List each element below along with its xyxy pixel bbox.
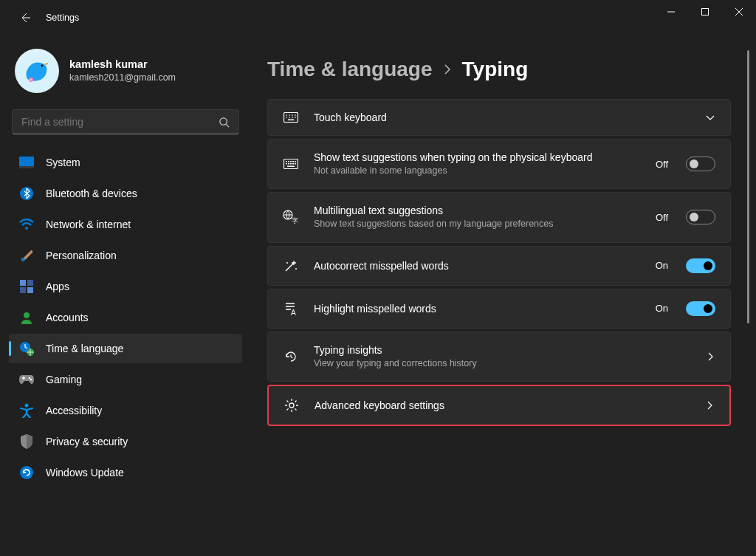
card-subtitle: Not available in some languages bbox=[314, 165, 641, 176]
svg-line-8 bbox=[226, 124, 229, 127]
history-icon bbox=[283, 349, 299, 364]
card-title: Touch keyboard bbox=[314, 111, 690, 123]
toggle-state-label: Off bbox=[656, 212, 668, 223]
breadcrumb-current: Typing bbox=[462, 58, 529, 81]
wand-icon bbox=[283, 258, 299, 273]
breadcrumb: Time & language Typing bbox=[267, 58, 731, 81]
nav-item-bluetooth[interactable]: Bluetooth & devices bbox=[9, 179, 242, 208]
nav-item-update[interactable]: Windows Update bbox=[9, 458, 242, 487]
maximize-button[interactable] bbox=[688, 0, 722, 24]
nav-label: Time & language bbox=[46, 343, 123, 354]
nav-item-accessibility[interactable]: Accessibility bbox=[9, 396, 242, 425]
svg-point-12 bbox=[25, 227, 28, 230]
chevron-down-icon bbox=[705, 112, 715, 123]
breadcrumb-parent[interactable]: Time & language bbox=[267, 58, 433, 81]
keyboard-icon bbox=[283, 112, 299, 123]
titlebar: Settings bbox=[0, 0, 756, 35]
highlight-text-icon: A bbox=[283, 301, 299, 316]
scrollbar-thumb[interactable] bbox=[747, 50, 749, 323]
person-icon bbox=[19, 310, 34, 325]
nav-item-system[interactable]: System bbox=[9, 148, 242, 177]
svg-rect-9 bbox=[19, 157, 34, 166]
nav-item-apps[interactable]: Apps bbox=[9, 272, 242, 301]
card-title: Typing insights bbox=[314, 344, 690, 356]
svg-point-21 bbox=[30, 379, 32, 380]
nav-label: Bluetooth & devices bbox=[46, 188, 137, 199]
card-multilingual: 字 Multilingual text suggestions Show tex… bbox=[267, 192, 731, 242]
svg-rect-14 bbox=[27, 280, 33, 286]
svg-rect-44 bbox=[295, 163, 296, 165]
bluetooth-icon bbox=[19, 186, 34, 201]
svg-point-28 bbox=[295, 114, 296, 116]
svg-rect-43 bbox=[292, 163, 294, 165]
svg-point-30 bbox=[289, 117, 290, 118]
svg-point-27 bbox=[292, 114, 293, 116]
svg-point-31 bbox=[292, 117, 293, 118]
content-area: Time & language Typing Touch keyboard S bbox=[251, 35, 756, 556]
keyboard-icon bbox=[283, 159, 299, 169]
gamepad-icon bbox=[19, 372, 34, 387]
svg-rect-10 bbox=[19, 166, 34, 168]
window-controls bbox=[654, 0, 756, 24]
svg-rect-35 bbox=[286, 161, 287, 162]
svg-rect-39 bbox=[295, 161, 296, 162]
svg-text:字: 字 bbox=[292, 217, 298, 224]
scrollbar[interactable] bbox=[743, 44, 753, 547]
svg-rect-42 bbox=[290, 163, 292, 165]
avatar bbox=[15, 49, 59, 93]
nav-item-network[interactable]: Network & internet bbox=[9, 210, 242, 239]
svg-point-49 bbox=[295, 268, 297, 270]
card-typing-insights[interactable]: Typing insights View your typing and cor… bbox=[267, 332, 731, 382]
nav-list: System Bluetooth & devices Network & int… bbox=[9, 148, 242, 487]
toggle-state-label: On bbox=[656, 260, 668, 271]
svg-point-51 bbox=[289, 403, 294, 408]
back-button[interactable] bbox=[13, 12, 37, 24]
svg-point-25 bbox=[286, 114, 287, 116]
card-touch-keyboard[interactable]: Touch keyboard bbox=[267, 99, 731, 136]
card-title: Advanced keyboard settings bbox=[315, 399, 690, 411]
user-account-row[interactable]: kamlesh kumar kamlesh2011@gmail.com bbox=[9, 38, 242, 106]
sidebar: kamlesh kumar kamlesh2011@gmail.com Syst… bbox=[0, 35, 251, 556]
toggle-state-label: On bbox=[656, 303, 668, 314]
chevron-right-icon bbox=[704, 400, 715, 411]
card-highlight: A Highlight misspelled words On bbox=[267, 289, 731, 329]
toggle-state-label: Off bbox=[656, 159, 668, 170]
wifi-icon bbox=[19, 217, 34, 232]
svg-rect-1 bbox=[702, 9, 709, 16]
toggle-text-suggestions[interactable] bbox=[686, 157, 715, 171]
toggle-highlight[interactable] bbox=[686, 301, 715, 316]
search-box[interactable] bbox=[12, 109, 239, 134]
nav-label: Gaming bbox=[46, 374, 82, 385]
nav-item-time-language[interactable]: Time & language bbox=[9, 334, 242, 363]
svg-rect-41 bbox=[288, 163, 289, 165]
svg-rect-13 bbox=[20, 280, 26, 286]
nav-item-privacy[interactable]: Privacy & security bbox=[9, 427, 242, 456]
shield-icon bbox=[19, 434, 34, 449]
search-input[interactable] bbox=[21, 116, 219, 128]
svg-point-29 bbox=[286, 117, 287, 118]
toggle-multilingual[interactable] bbox=[686, 210, 715, 224]
svg-rect-45 bbox=[287, 166, 295, 168]
svg-point-32 bbox=[295, 117, 296, 118]
card-title: Highlight misspelled words bbox=[314, 303, 641, 315]
nav-item-accounts[interactable]: Accounts bbox=[9, 303, 242, 332]
clock-globe-icon bbox=[19, 341, 34, 356]
nav-label: Personalization bbox=[46, 250, 117, 261]
nav-item-personalization[interactable]: Personalization bbox=[9, 241, 242, 270]
nav-item-gaming[interactable]: Gaming bbox=[9, 365, 242, 394]
nav-label: Network & internet bbox=[46, 219, 131, 230]
svg-point-26 bbox=[289, 114, 290, 116]
user-name: kamlesh kumar bbox=[69, 58, 176, 72]
nav-label: Apps bbox=[46, 281, 69, 292]
toggle-autocorrect[interactable] bbox=[686, 258, 715, 273]
card-subtitle: Show text suggestions based on my langua… bbox=[314, 218, 641, 230]
update-icon bbox=[19, 465, 34, 480]
close-button[interactable] bbox=[722, 0, 756, 24]
svg-rect-40 bbox=[286, 163, 287, 165]
minimize-button[interactable] bbox=[654, 0, 688, 24]
search-icon bbox=[219, 117, 230, 128]
card-advanced-keyboard[interactable]: Advanced keyboard settings bbox=[267, 385, 731, 426]
svg-text:A: A bbox=[291, 309, 296, 316]
svg-point-6 bbox=[30, 79, 32, 80]
chevron-right-icon bbox=[443, 64, 452, 75]
